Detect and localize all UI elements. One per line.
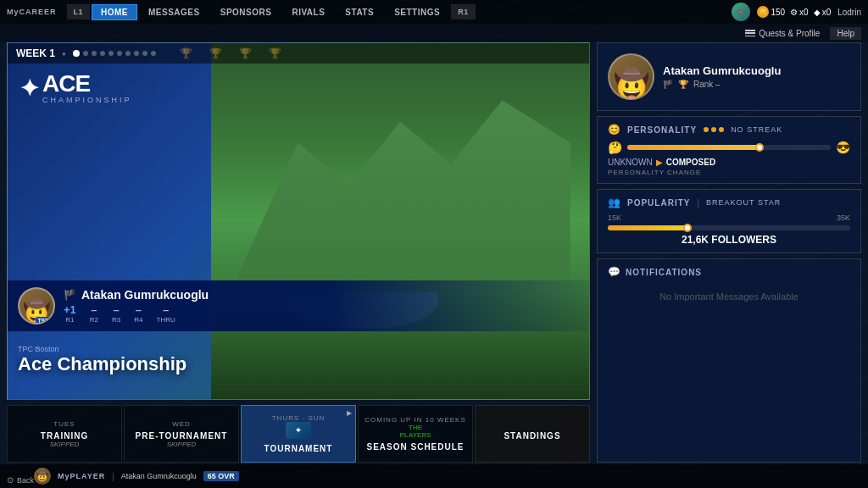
schedule-season[interactable]: COMING UP IN 10 WEEKS THEPLAYERS SEASON …: [358, 405, 473, 463]
popularity-range-labels: 15K 35K: [608, 214, 850, 222]
username: Lodrin: [837, 8, 861, 17]
followers-count: 21,6K FOLLOWERS: [608, 234, 850, 246]
score-r1-label: R1: [64, 316, 76, 324]
notifications-header: 💬 NOTIFICATIONS: [608, 266, 850, 278]
week-dot-7: [125, 51, 131, 56]
myplayer-label: MyPLAYER: [58, 472, 105, 480]
score-r2-label: R2: [90, 316, 98, 324]
quests-profile-button[interactable]: Quests & Profile: [745, 29, 820, 38]
score-r2: – R2: [90, 303, 98, 324]
score-row: +1 R1 – R2 – R3 – R4: [64, 303, 209, 324]
personality-to: COMPOSED: [666, 158, 715, 167]
personality-streak-badge: NO STREAK: [731, 125, 782, 134]
pre-status: SKIPPED: [167, 441, 197, 448]
c2-display: ◆ x0: [814, 8, 832, 17]
profile-rank: 🏴 🏆 Rank –: [663, 80, 850, 89]
personality-left-icon: 🤔: [608, 141, 622, 154]
personality-title: PERSONALITY: [627, 125, 697, 135]
standings-title: STANDINGS: [504, 431, 560, 441]
popularity-knob: [683, 224, 692, 232]
training-title: TRAINING: [41, 431, 88, 441]
nav-tab-settings[interactable]: SETTINGS: [385, 4, 449, 20]
training-day: TUES: [53, 420, 75, 428]
help-button[interactable]: Help: [830, 27, 861, 40]
week-label: WEEK 1: [16, 47, 55, 59]
personality-dots: [704, 127, 724, 132]
myplayer-avatar-icon: 🤠: [34, 468, 51, 485]
personality-change: UNKNOWN ▶ COMPOSED: [608, 158, 850, 167]
week-dot-3: [92, 51, 97, 56]
tournament-day: THURS - SUN: [272, 414, 326, 422]
c2-amount: x0: [822, 8, 832, 17]
popularity-header: 👥 POPULARITY | BREAKOUT STAR: [608, 197, 850, 208]
top-right-area: 🎮 🪙 150 ⚙ x0 ◆ x0 Lodrin: [732, 3, 861, 21]
score-r4-label: R4: [134, 316, 142, 324]
popularity-card: 👥 POPULARITY | BREAKOUT STAR 15K 35K 21,…: [597, 189, 861, 253]
quests-label: Quests & Profile: [759, 29, 820, 38]
player-flag-name: 🏴 Atakan Gumrukcuoglu: [64, 288, 209, 302]
left-panel: WEEK 1 ● 🏆 🏆 🏆: [7, 42, 590, 463]
score-r4: – R4: [134, 303, 142, 324]
pop-min: 15K: [608, 214, 621, 222]
personality-card: 😊 PERSONALITY NO STREAK 🤔 😎 UNKNOWN: [597, 116, 861, 184]
coins-display: 🪙 150: [757, 6, 785, 18]
score-thru-label: THRU: [157, 316, 175, 324]
tournament-logo: ✦: [286, 422, 311, 439]
nav-tab-sponsors[interactable]: SPONSORS: [211, 4, 281, 20]
nav-tab-messages[interactable]: MESSAGES: [139, 4, 209, 20]
second-bar: Quests & Profile Help: [0, 24, 868, 42]
ace-logo-sub: CHAMPIONSHIP: [42, 96, 132, 104]
tournament-title: TOURNAMENT: [264, 444, 333, 453]
dot-separator: ●: [62, 50, 66, 58]
tournament-info: TPC Boston Ace Championship: [18, 345, 186, 375]
profile-card: Atakan Gumrukcuoglu 🏴 🏆 Rank –: [597, 42, 861, 111]
schedule-tournament[interactable]: ▶ THURS - SUN ✦ TOURNAMENT: [241, 405, 356, 463]
c2-icon: ◆: [814, 8, 821, 17]
pre-title: PRE-TOURNAMENT: [136, 431, 228, 441]
rank-badge: T9TH: [36, 317, 56, 324]
nav-tab-home[interactable]: HOME: [92, 4, 137, 20]
popularity-title: POPULARITY: [627, 198, 690, 208]
avatar: 🎮: [732, 3, 750, 21]
training-status: SKIPPED: [50, 441, 80, 448]
back-button[interactable]: ⊙ Back: [7, 475, 34, 485]
trophy-4: 🏆: [269, 47, 281, 59]
score-r4-value: –: [134, 303, 142, 316]
score-r3-label: R3: [112, 316, 120, 324]
dot-3: [719, 127, 724, 132]
notifications-empty: No Important Messages Available: [608, 291, 850, 302]
nav-tab-rivals[interactable]: RIVALS: [282, 4, 334, 20]
score-thru-value: –: [157, 303, 175, 316]
schedule-pretournament[interactable]: WED PRE-TOURNAMENT SKIPPED: [124, 405, 239, 463]
top-bar: MyCAREER L1 HOME MESSAGES SPONSORS RIVAL…: [0, 0, 868, 24]
rank-trophy-icon: 🏆: [678, 80, 688, 89]
right-panel: Atakan Gumrukcuoglu 🏴 🏆 Rank – 😊 PERSONA…: [597, 42, 861, 463]
personality-fill: [627, 145, 760, 150]
players-logo: THEPLAYERS: [399, 424, 431, 439]
currency-display: 🪙 150 ⚙ x0 ◆ x0: [757, 6, 831, 18]
season-title: SEASON SCHEDULE: [366, 442, 464, 452]
trophy-3: 🏆: [239, 47, 252, 59]
personality-bar: [627, 145, 831, 150]
score-thru: – THRU: [157, 303, 175, 324]
nav-tab-r1[interactable]: R1: [451, 4, 476, 19]
nav-tab-l1[interactable]: L1: [67, 4, 91, 19]
schedule-standings[interactable]: STANDINGS: [475, 405, 590, 463]
personality-arrow-icon: ▶: [656, 158, 663, 167]
rank-flag-icon: 🏴: [663, 80, 673, 89]
personality-knob: [755, 143, 764, 152]
help-label: Help: [837, 29, 854, 38]
week-dot-8: [134, 51, 139, 56]
popularity-badge: BREAKOUT STAR: [706, 198, 781, 207]
notifications-icon: 💬: [608, 266, 620, 278]
personality-bar-row: 🤔 😎: [608, 141, 850, 154]
week-dot-10: [151, 51, 156, 56]
trophy-1: 🏆: [180, 47, 192, 59]
score-r1-value: +1: [64, 303, 76, 316]
nav-tab-stats[interactable]: STATS: [336, 4, 383, 20]
ace-logo-text: ACE: [42, 72, 132, 96]
coin-icon: 🪙: [757, 6, 769, 18]
tournament-name: Ace Championship: [18, 353, 186, 375]
schedule-training[interactable]: TUES TRAINING SKIPPED: [7, 405, 122, 463]
coin-amount: 150: [771, 8, 785, 17]
